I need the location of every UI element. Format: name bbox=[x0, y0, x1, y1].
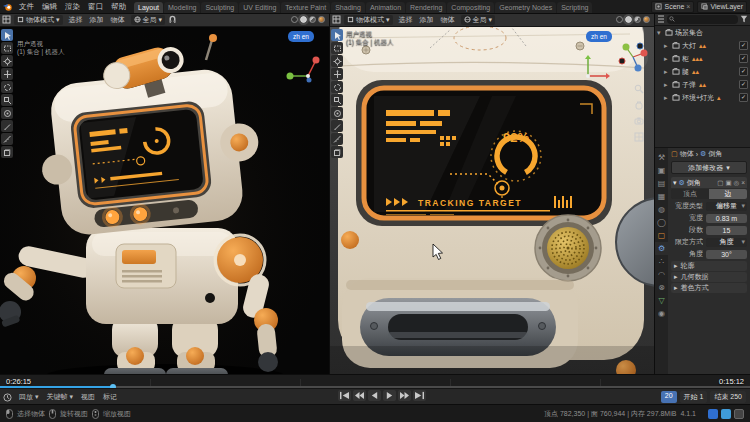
expand-icon[interactable]: ▸ bbox=[664, 42, 670, 50]
tool-measure[interactable] bbox=[1, 133, 13, 145]
filter-icon[interactable] bbox=[740, 15, 748, 23]
tab-object-icon[interactable]: ▢ bbox=[655, 229, 668, 242]
prev-keyframe-button[interactable] bbox=[353, 390, 366, 401]
outliner-editor-icon[interactable] bbox=[657, 15, 665, 23]
orientation-dropdown[interactable]: 全局 ▾ bbox=[461, 15, 496, 25]
modifier-panel-header[interactable]: ▾ ⚙ 倒角 ▢ ▣ ◎ × bbox=[671, 177, 747, 188]
tool-tweak[interactable] bbox=[331, 29, 343, 41]
mode-dropdown[interactable]: 物体模式 ▾ bbox=[344, 15, 393, 25]
sidebar-divider[interactable] bbox=[654, 13, 655, 374]
expand-icon[interactable]: ▾ bbox=[673, 179, 677, 187]
tab-world-icon[interactable]: ◯ bbox=[655, 216, 668, 229]
tab-layout[interactable]: Layout bbox=[134, 2, 163, 13]
menu-add[interactable]: 添加 bbox=[417, 15, 437, 25]
outliner-row[interactable]: ▸ 环境+灯光 ▴ ✓ bbox=[655, 91, 750, 104]
language-toggle-pill[interactable]: zh en bbox=[586, 31, 612, 42]
current-frame-field[interactable]: 20 bbox=[661, 391, 677, 403]
rendered-shading-icon[interactable] bbox=[643, 16, 650, 23]
expand-icon[interactable]: ▸ bbox=[664, 94, 670, 102]
modifier-name[interactable]: 倒角 bbox=[687, 178, 701, 188]
menu-add[interactable]: 添加 bbox=[87, 15, 107, 25]
frame-start-field[interactable]: 开始 1 bbox=[680, 391, 708, 403]
viewport-divider[interactable] bbox=[329, 13, 330, 374]
menu-object[interactable]: 物体 bbox=[438, 15, 458, 25]
scene-unlink-icon[interactable]: × bbox=[686, 3, 690, 10]
section-profile[interactable]: ▸ 轮廓 bbox=[671, 261, 747, 271]
menu-view[interactable]: 视图 bbox=[77, 392, 99, 402]
tab-physics-icon[interactable]: ◠ bbox=[655, 268, 668, 281]
tool-add-cube[interactable] bbox=[1, 146, 13, 158]
move-gizmo[interactable] bbox=[282, 52, 322, 92]
tool-cursor[interactable] bbox=[1, 55, 13, 67]
outliner-row-scene-collection[interactable]: ▾ 场景集合 bbox=[655, 26, 750, 39]
section-shading[interactable]: ▸ 着色方式 bbox=[671, 283, 747, 293]
tool-move[interactable] bbox=[331, 68, 343, 80]
tab-compositing[interactable]: Compositing bbox=[447, 2, 494, 13]
orientation-dropdown[interactable]: 全局 ▾ bbox=[131, 15, 166, 25]
editor-type-icon[interactable] bbox=[2, 15, 11, 24]
menu-marker[interactable]: 标记 bbox=[99, 392, 121, 402]
tab-sculpting[interactable]: Sculpting bbox=[201, 2, 238, 13]
pan-hand-icon[interactable] bbox=[634, 100, 644, 110]
material-shading-icon[interactable] bbox=[634, 16, 641, 23]
menu-help[interactable]: 帮助 bbox=[107, 2, 130, 12]
language-toggle-pill[interactable]: zh en bbox=[288, 31, 314, 42]
tab-material-icon[interactable]: ◉ bbox=[655, 307, 668, 320]
tab-output-icon[interactable]: ▤ bbox=[655, 177, 668, 190]
outliner-row[interactable]: ▸ 子弹 ▴▴ ✓ bbox=[655, 78, 750, 91]
jump-to-start-button[interactable] bbox=[338, 390, 351, 401]
timeline-editor-icon[interactable] bbox=[3, 393, 12, 402]
tab-rendering[interactable]: Rendering bbox=[406, 2, 446, 13]
ortho-grid-icon[interactable] bbox=[634, 132, 644, 142]
section-geometry[interactable]: ▸ 几何数据 bbox=[671, 272, 747, 282]
tool-transform[interactable] bbox=[331, 107, 343, 119]
menu-playback[interactable]: 回放▾ bbox=[15, 392, 43, 402]
expand-icon[interactable]: ▸ bbox=[664, 55, 670, 63]
next-keyframe-button[interactable] bbox=[398, 390, 411, 401]
render-checkbox[interactable]: ✓ bbox=[739, 93, 748, 102]
limit-method-dropdown[interactable]: 角度▾ bbox=[706, 238, 747, 247]
outliner-row[interactable]: ▸ 柜 ▴▴▴ ✓ bbox=[655, 52, 750, 65]
tab-modifiers-icon[interactable]: ⚙ bbox=[655, 242, 668, 255]
solid-shading-icon[interactable] bbox=[300, 16, 307, 23]
outliner-row[interactable]: ▸ 腿 ▴▴ ✓ bbox=[655, 65, 750, 78]
play-button[interactable] bbox=[383, 390, 396, 401]
render-checkbox[interactable]: ✓ bbox=[739, 80, 748, 89]
jump-to-end-button[interactable] bbox=[413, 390, 426, 401]
snap-magnet-icon[interactable] bbox=[168, 15, 177, 24]
tab-tool-icon[interactable]: ⚒ bbox=[655, 151, 668, 164]
menu-window[interactable]: 窗口 bbox=[84, 2, 107, 12]
render-checkbox[interactable]: ✓ bbox=[739, 41, 748, 50]
solid-shading-icon[interactable] bbox=[625, 16, 632, 23]
viewport-3d-right[interactable]: 92% TRACKING TARGET bbox=[330, 26, 654, 374]
viewport-3d-left[interactable]: 用户透视 (1) 集合 | 机器人 zh en bbox=[0, 26, 329, 374]
tab-scripting[interactable]: Scripting bbox=[557, 2, 592, 13]
editor-type-icon[interactable] bbox=[332, 15, 341, 24]
navigation-gizmo[interactable] bbox=[616, 40, 650, 74]
expand-icon[interactable]: ▸ bbox=[664, 81, 670, 89]
breadcrumb-object[interactable]: 物体 bbox=[680, 149, 694, 159]
tool-cursor[interactable] bbox=[331, 55, 343, 67]
close-icon[interactable]: × bbox=[741, 179, 745, 187]
zoom-icon[interactable] bbox=[634, 84, 644, 94]
tab-vertices[interactable]: 顶点 bbox=[671, 189, 709, 199]
mode-dropdown[interactable]: 物体模式 ▾ bbox=[14, 15, 63, 25]
tab-texture-paint[interactable]: Texture Paint bbox=[281, 2, 330, 13]
rendered-shading-icon[interactable] bbox=[318, 16, 325, 23]
outliner-search-input[interactable] bbox=[667, 15, 738, 24]
editmode-toggle-icon[interactable]: ▢ bbox=[717, 179, 723, 187]
timeline-strip[interactable]: 0:26:15 0:15:12 bbox=[0, 374, 750, 389]
tab-modeling[interactable]: Modeling bbox=[164, 2, 200, 13]
realtime-toggle-icon[interactable]: ▣ bbox=[725, 179, 731, 187]
width-slider[interactable]: 0.83 m bbox=[706, 214, 747, 223]
tool-move[interactable] bbox=[1, 68, 13, 80]
expand-icon[interactable]: ▾ bbox=[657, 29, 663, 37]
tool-annotate[interactable] bbox=[331, 120, 343, 132]
add-modifier-button[interactable]: 添加修改器 ▾ bbox=[671, 161, 747, 174]
tray-icon-1[interactable] bbox=[708, 409, 718, 419]
play-reverse-button[interactable] bbox=[368, 390, 381, 401]
segments-slider[interactable]: 15 bbox=[706, 226, 747, 235]
menu-edit[interactable]: 编辑 bbox=[38, 2, 61, 12]
tab-viewlayer-icon[interactable]: ▦ bbox=[655, 190, 668, 203]
tool-rotate[interactable] bbox=[331, 81, 343, 93]
